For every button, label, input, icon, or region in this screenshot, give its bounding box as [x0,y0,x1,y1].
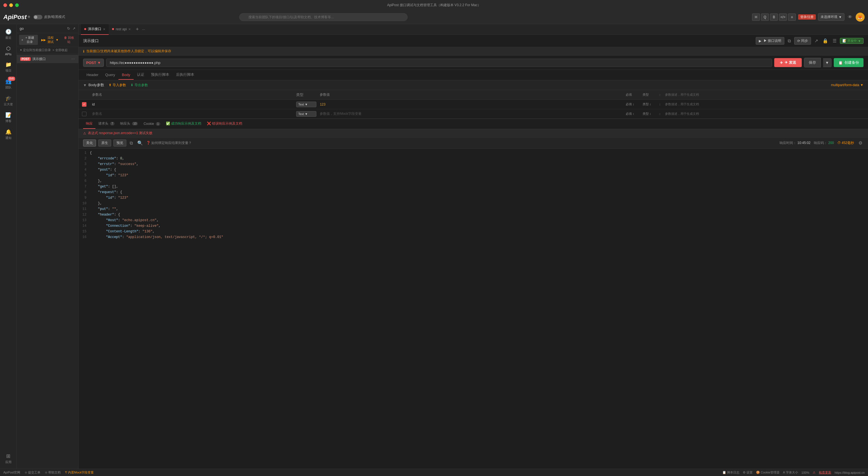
tab-more-button[interactable]: ··· [141,27,147,31]
copy-resp-button[interactable]: ⧉ [129,139,134,147]
param-check-0[interactable]: ✓ [79,102,90,107]
theme-switch[interactable] [33,15,42,19]
website-url[interactable]: https://blog.apipost.cn [835,471,865,474]
search-input[interactable] [239,13,408,21]
param-sort-0[interactable]: ↕ [657,102,663,106]
doc-button[interactable]: ▶ ▶ 接口说明 [756,37,784,44]
format-list-button[interactable]: ≡ [788,13,796,21]
tree-item-more[interactable]: ··· [71,56,75,61]
flow-test-button[interactable]: ▶▶ 流程测试 ▼ [39,35,60,45]
cookie-mgr-button[interactable]: 🍪 Cookie管理器 [756,470,780,475]
feedback-link[interactable]: ⊙ 提交工单 [25,470,40,475]
menu-button[interactable]: ☰ [832,37,838,44]
settings-button[interactable]: ⚙ 设置 [743,470,753,475]
preview-button[interactable]: 预览 [114,139,126,147]
save-dropdown-button[interactable]: ▼ [823,58,832,67]
format-code-button[interactable]: </> [779,13,787,21]
sync-button[interactable]: ⟳ 同步 [794,37,811,44]
search-resp-button[interactable]: 🔍 [136,139,144,147]
lock-button[interactable]: 🔒 [822,37,829,44]
sidebar-item-blog[interactable]: 📝 博客 [1,110,16,125]
param-check-1[interactable] [79,112,90,116]
send-button[interactable]: ✈ ✈ 发送 [774,58,802,67]
sidebar-item-team[interactable]: 👥 团队 协作 [1,76,16,92]
sidebar-item-apps[interactable]: ⊞ 应用 [1,451,16,467]
url-input[interactable] [106,59,772,67]
multipart-select[interactable]: multipart/form-data ▼ [831,83,864,87]
tab-add-button[interactable]: + [134,26,141,32]
new-dir-button[interactable]: + + 新建目录 [19,35,38,45]
method-select[interactable]: POST ▼ [83,59,104,67]
locate-button[interactable]: ✦ 定位到当前接口目录 [20,48,51,52]
help-link[interactable]: ⊙ 帮助文档 [45,470,61,475]
save-button[interactable]: 保存 [804,58,821,67]
tab-auth[interactable]: 认证 [134,70,148,80]
tab-header[interactable]: Header [83,70,102,80]
mock-link[interactable]: ∇ 内置Mock字段变量 [65,470,94,475]
maximize-button[interactable] [15,3,19,7]
tab-close-rest[interactable]: × [129,27,131,31]
resp-tab-error[interactable]: ❌ 错误响应示例及文档 [204,119,245,129]
param-desc-1[interactable]: 参数描述，用于生成文档 [663,110,868,117]
resp-tab-req-headers[interactable]: 请求头 7 [95,119,117,129]
tab-demo-api[interactable]: 演示接口 × [81,24,108,35]
zoom-level[interactable]: 100% [802,471,809,474]
format-h-button[interactable]: H [752,13,760,21]
beautify-button[interactable]: 美化 [83,139,96,147]
dev-status-badge[interactable]: 📝 开发中 ▼ [840,38,864,44]
code-area[interactable]: 1 { 2 "errcode": 0, 3 "errstr": "success… [79,149,868,469]
param-desc-0[interactable]: 参数描述，用于生成文档 [663,101,868,107]
collapse-arrow-icon[interactable]: ▼ [83,83,87,87]
tab-query[interactable]: Query [102,70,119,80]
checkbox-checked-icon[interactable]: ✓ [82,102,87,107]
param-name-0[interactable]: id [90,101,295,107]
sidebar-item-ambassador[interactable]: 🎓 云大使 [1,93,16,108]
bind-help-link[interactable]: ❓ 如何绑定响应结果到变量？ [146,140,192,146]
param-type-1[interactable]: Text ▼ [295,110,317,118]
resp-tab-cookie[interactable]: Cookie 1 [141,120,163,129]
tab-post-script[interactable]: 后执行脚本 [173,70,198,80]
tab-close-demo[interactable]: × [103,27,105,31]
sidebar-item-notify[interactable]: 🔔 通知 [1,127,16,142]
env-select[interactable]: 未选择环境 ▼ [818,13,844,21]
param-value-1[interactable]: 参数值，支持Mock字段变量 [317,110,623,117]
resp-tab-resp-headers[interactable]: 响应头 10 [117,119,141,129]
export-params-button[interactable]: ⬇ 导出参数 [130,83,148,88]
sidebar-item-recent[interactable]: 🕐 最近 [1,26,16,42]
recycle-button[interactable]: 🗑 回收站 [62,35,76,45]
checkbox-empty-icon[interactable] [82,112,87,116]
param-value-0[interactable]: 123 [317,101,623,107]
avatar[interactable]: 🦊 [856,12,865,22]
format-b-button[interactable]: B [770,13,778,21]
param-sort-1[interactable]: ↕ [657,112,663,116]
type-select-0[interactable]: Text ▼ [296,102,316,107]
tab-rest-api[interactable]: rest api × [108,24,134,35]
eye-button[interactable]: 👁 [847,13,854,21]
share-button[interactable]: ↗ [813,37,819,44]
script-log-button[interactable]: 📋 脚本日志 [722,470,739,475]
minimize-button[interactable] [9,3,13,7]
close-button[interactable] [3,3,7,7]
param-name-1[interactable]: 参数名 [90,110,295,117]
font-size-button[interactable]: A 字体大小 [783,470,798,475]
tab-body[interactable]: Body [119,70,134,80]
format-q-button[interactable]: Q [761,13,769,21]
type-select-1[interactable]: Text ▼ [296,111,316,117]
sidebar-item-apis[interactable]: ⬡ APIs [1,43,16,58]
param-type-0[interactable]: Text ▼ [295,100,317,108]
tab-pre-script[interactable]: 预执行脚本 [148,70,173,80]
resp-tab-success[interactable]: ✅ 成功响应示例及文档 [163,119,204,129]
collapse-button[interactable]: > 全部收起 [53,48,67,52]
share-icon[interactable]: ↗ [72,26,75,31]
copy-button[interactable]: ⧉ [786,37,792,44]
import-params-button[interactable]: ⬆ 导入参数 [108,83,126,88]
resp-tab-response[interactable]: 响应 [83,119,95,129]
theme-toggle[interactable]: 皮肤/暗黑模式 [33,14,65,19]
raw-button[interactable]: 原生 [98,139,111,147]
check-update-link[interactable]: 检查更新 [819,470,831,475]
refresh-icon[interactable]: ↻ [67,26,70,31]
tree-item-demo[interactable]: POST 演示接口 ··· [17,55,78,63]
create-backup-button[interactable]: 📋 创建备份 [834,58,864,67]
resp-settings-button[interactable]: ⚙ [857,139,864,147]
sidebar-item-projects[interactable]: 📁 项目 [1,59,16,75]
